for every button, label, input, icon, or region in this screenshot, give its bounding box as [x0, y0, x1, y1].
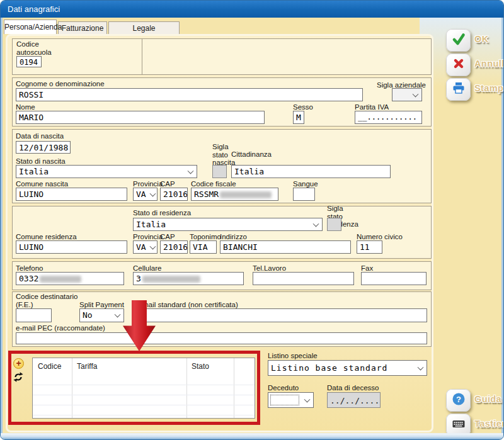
annulla-label: Annulla [474, 59, 504, 69]
chevron-down-icon [150, 190, 156, 196]
nome-label: Nome [16, 103, 35, 111]
toponimo-label: Toponimo [190, 233, 221, 241]
tel-lavoro-input[interactable] [253, 272, 354, 285]
tab-label: Persona/Azienda [4, 23, 62, 31]
cognome-label: Cognome o denominazione [16, 80, 105, 88]
indirizzo-input[interactable]: BIANCHI [220, 240, 351, 254]
annulla-button[interactable] [446, 54, 471, 76]
cognome-input[interactable]: ROSSI [16, 88, 363, 101]
stato-residenza-select[interactable]: Italia [133, 218, 323, 231]
tastiera-label: Tastiera [474, 419, 504, 429]
stampa-button[interactable] [446, 78, 471, 101]
dialog-window: Dati anagrafici Persona/Azienda Fatturaz… [0, 0, 504, 440]
ok-label: OK [474, 34, 489, 44]
deceduto-label: Deceduto [268, 384, 299, 392]
numero-civico-label: Numero civico [357, 233, 403, 241]
codice-destinatario-label: Codice destinatario (F.E.) [16, 293, 88, 308]
codice-autoscuola-input[interactable]: 0194 [16, 56, 42, 67]
split-payment-label: Split Payment [79, 301, 124, 309]
data-decesso-label: Data di decesso [327, 384, 379, 392]
guida-button[interactable]: ? [446, 389, 471, 412]
fax-label: Fax [361, 264, 373, 273]
split-payment-select[interactable]: No [79, 308, 124, 322]
focus-marquee [270, 395, 299, 405]
toponimo-input[interactable]: VIA [190, 240, 217, 254]
sangue-input[interactable] [293, 188, 315, 201]
add-tariffa-button[interactable]: + [13, 358, 24, 369]
partita-iva-label: Partita IVA [355, 103, 389, 111]
codice-fiscale-input[interactable]: RSSMR [191, 188, 278, 201]
sesso-input[interactable]: M [293, 111, 304, 124]
provincia-nascita-label: Provincia [133, 180, 163, 188]
guida-label: Guida [474, 394, 501, 404]
red-highlight-box [8, 351, 260, 425]
comune-nascita-label: Comune nascita [16, 180, 68, 188]
email-standard-label: e-mail standard (non certificata) [136, 301, 238, 309]
sigla-stato-nascita-field [212, 165, 227, 178]
stato-residenza-value: Italia [136, 220, 166, 229]
printer-icon [452, 82, 466, 97]
sangue-label: Sangue [293, 180, 318, 188]
cellulare-input[interactable]: 3 [133, 272, 244, 285]
codice-fiscale-visible: RSSMR [194, 189, 219, 199]
listino-speciale-value: Listino base standard [271, 363, 387, 373]
comune-residenza-input[interactable]: LUINO [16, 240, 127, 254]
cap-residenza-label: CAP [160, 233, 175, 241]
cap-residenza-input[interactable]: 21016 [160, 240, 188, 254]
sigla-aziendale-select[interactable] [392, 88, 422, 101]
codice-fiscale-redaction [220, 191, 272, 198]
chevron-down-icon [418, 364, 424, 370]
cellulare-redaction [142, 276, 200, 283]
telefono-redaction [40, 276, 81, 283]
cellulare-label: Cellulare [133, 264, 161, 273]
telefono-label: Telefono [16, 264, 43, 273]
cap-nascita-input[interactable]: 21016 [160, 188, 188, 201]
numero-civico-input[interactable]: 11 [357, 240, 382, 254]
tab-legale-rappresentante[interactable]: Legale rappresentante [108, 21, 180, 34]
codice-autoscuola-label: Codice autoscuola [16, 40, 55, 56]
sigla-stato-residenza-field [327, 218, 341, 231]
telefono-visible: 0332 [19, 274, 38, 283]
comune-nascita-input[interactable]: LUINO [16, 188, 127, 201]
tab-fatturazione-a[interactable]: Fatturazione a [58, 21, 107, 34]
provincia-residenza-select[interactable]: VA [133, 240, 158, 254]
provincia-nascita-select[interactable]: VA [133, 188, 158, 201]
window-bottom-edge [1, 433, 503, 439]
stato-nascita-select[interactable]: Italia [16, 165, 197, 178]
cittadinanza-input[interactable]: Italia [231, 165, 391, 178]
chevron-down-icon [413, 91, 419, 97]
tab-persona-azienda[interactable]: Persona/Azienda [4, 20, 57, 34]
email-standard-input[interactable] [136, 308, 427, 322]
svg-text:?: ? [456, 395, 461, 404]
keyboard-icon [452, 418, 466, 432]
email-pec-input[interactable] [16, 332, 427, 344]
comune-residenza-label: Comune residenza [16, 233, 77, 241]
x-icon [452, 57, 465, 72]
chevron-down-icon [188, 167, 194, 174]
deceduto-select[interactable] [268, 392, 314, 408]
listino-speciale-select[interactable]: Listino base standard [268, 360, 427, 376]
cellulare-visible: 3 [136, 274, 141, 283]
provincia-residenza-label: Provincia [133, 233, 163, 241]
data-decesso-field: ../../.... [327, 392, 381, 408]
nome-input[interactable]: MARIO [16, 111, 265, 124]
partita-iva-input[interactable]: __........... [355, 111, 422, 124]
check-icon [451, 32, 466, 48]
stato-nascita-value: Italia [19, 167, 49, 176]
listino-speciale-label: Listino speciale [268, 352, 318, 360]
group-divider [142, 39, 142, 74]
refresh-icon[interactable] [13, 371, 24, 383]
cittadinanza-label: Cittadinanza [231, 150, 272, 159]
chevron-down-icon [115, 312, 121, 318]
provincia-residenza-value: VA [136, 242, 146, 252]
provincia-nascita-value: VA [136, 189, 146, 199]
ok-button[interactable] [446, 29, 471, 52]
tel-lavoro-label: Tel.Lavoro [253, 264, 286, 273]
telefono-input[interactable]: 0332 [16, 272, 124, 285]
fax-input[interactable] [361, 272, 427, 285]
chevron-down-icon [304, 396, 311, 402]
data-nascita-input[interactable]: 12/01/1988 [16, 141, 71, 154]
stato-nascita-label: Stato di nascita [16, 157, 66, 166]
codice-destinatario-input[interactable] [16, 308, 52, 322]
cap-nascita-label: CAP [160, 180, 175, 188]
